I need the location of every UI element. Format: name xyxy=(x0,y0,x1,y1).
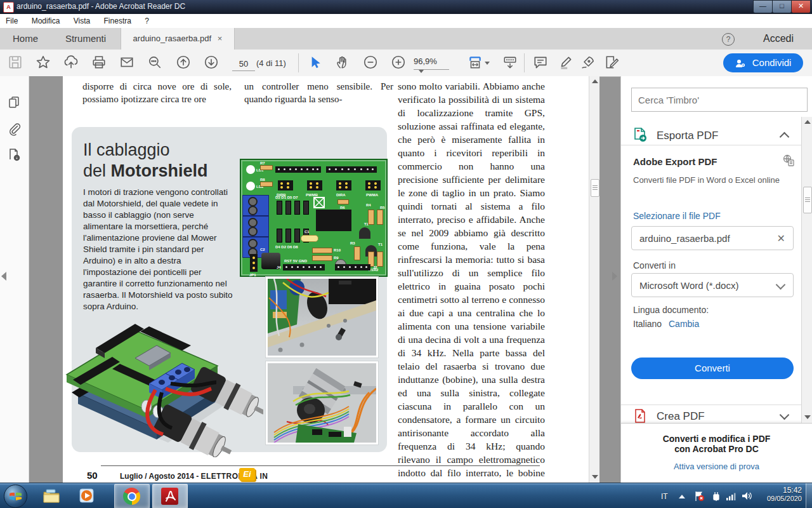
box-title: Il cablaggio del Motorshield xyxy=(83,140,208,182)
zoom-caret-icon xyxy=(419,70,424,73)
print-icon[interactable] xyxy=(91,55,108,71)
scrollbar-thumb[interactable] xyxy=(803,187,812,213)
hand-tool-icon[interactable] xyxy=(335,55,351,71)
menu-modifica[interactable]: Modifica xyxy=(26,14,66,25)
search-icon[interactable] xyxy=(147,55,164,71)
search-tools-input[interactable] xyxy=(631,88,808,112)
share-person-icon xyxy=(735,55,745,74)
page-number-input[interactable] xyxy=(232,57,255,71)
divider xyxy=(621,404,802,405)
pcb-led xyxy=(246,182,255,190)
converti-button[interactable]: Converti xyxy=(631,358,794,379)
trial-link[interactable]: Attiva versione di prova xyxy=(621,462,812,471)
scroll-up-arrow[interactable] xyxy=(804,120,811,124)
document-info-icon[interactable] xyxy=(7,147,22,163)
lingua-label: Lingua documento: xyxy=(633,305,709,315)
menu-finestra[interactable]: Finestra xyxy=(98,14,137,25)
taskbar-explorer-button[interactable] xyxy=(36,484,67,507)
tab-strumenti[interactable]: Strumenti xyxy=(51,28,121,50)
tab-document-label: arduino_rasaerba.pdf xyxy=(133,34,212,43)
taskbar-clock[interactable]: 15:42 09/05/2020 xyxy=(759,486,802,502)
zoom-in-icon[interactable] xyxy=(391,55,407,71)
page-thumbnails-icon[interactable] xyxy=(7,95,22,110)
fit-width-icon[interactable] xyxy=(468,55,484,71)
esporta-pdf-section[interactable]: Esporta PDF xyxy=(657,130,718,142)
close-button[interactable]: ✕ xyxy=(791,0,811,13)
highlight-icon[interactable] xyxy=(558,55,575,71)
scroll-up-arrow[interactable] xyxy=(592,79,598,83)
selected-file-box[interactable]: arduino_rasaerba.pdf ✕ xyxy=(631,226,794,250)
online-service-icon xyxy=(782,154,795,169)
chevron-up-icon[interactable] xyxy=(780,132,790,142)
email-icon[interactable] xyxy=(119,55,136,71)
taskbar-acrobat-button[interactable] xyxy=(152,484,188,508)
motorshield-isometric-illustration xyxy=(54,287,263,457)
expand-panel-arrow[interactable] xyxy=(612,272,617,281)
power-plug-icon[interactable] xyxy=(710,491,721,504)
maximize-button[interactable]: □ xyxy=(772,0,792,13)
clear-file-icon[interactable]: ✕ xyxy=(777,227,785,251)
action-center-flag-icon[interactable] xyxy=(694,491,705,504)
condividi-label: Condividi xyxy=(752,57,792,68)
tab-home[interactable]: Home xyxy=(6,28,44,50)
collapse-panel-arrow[interactable] xyxy=(1,272,6,281)
chrome-icon xyxy=(123,488,140,505)
scroll-down-arrow[interactable] xyxy=(592,475,598,479)
star-icon[interactable] xyxy=(36,55,52,71)
show-hidden-icons-arrow[interactable] xyxy=(679,495,685,498)
sign-pen-icon[interactable] xyxy=(580,55,597,71)
minimize-button[interactable]: — xyxy=(753,0,773,13)
cambia-link[interactable]: Cambia xyxy=(669,319,699,329)
start-button[interactable] xyxy=(4,485,27,508)
previous-page-icon[interactable] xyxy=(176,55,192,71)
taskbar-chrome-button[interactable] xyxy=(114,484,150,508)
title-bar: A arduino_rasaerba.pdf - Adobe Acrobat R… xyxy=(0,0,812,14)
attachments-icon[interactable] xyxy=(7,122,22,137)
document-scrollbar[interactable] xyxy=(589,76,599,483)
tab-close-icon[interactable]: × xyxy=(218,34,223,43)
fit-width-caret-icon[interactable] xyxy=(485,62,490,65)
fill-sign-icon[interactable] xyxy=(604,55,620,71)
motorshield-pcb-diagram: LD1 LD2 R7 R8 DIRB PWMB DIRA PWMA xyxy=(240,159,388,277)
select-file-link[interactable]: Selezionare il file PDF xyxy=(633,211,721,221)
help-icon[interactable]: ? xyxy=(722,33,735,46)
menu-file[interactable]: File xyxy=(0,14,23,25)
panel-scrollbar[interactable] xyxy=(801,117,812,423)
scrollbar-thumb[interactable] xyxy=(591,179,599,197)
crea-pdf-icon xyxy=(634,409,646,423)
acrobat-icon xyxy=(161,488,178,505)
save-icon[interactable] xyxy=(8,55,24,71)
chevron-down-icon[interactable] xyxy=(780,410,790,420)
volume-icon[interactable] xyxy=(741,491,752,504)
condividi-button[interactable]: Condividi xyxy=(723,53,803,72)
tab-bar: Home Strumenti arduino_rasaerba.pdf × ? … xyxy=(0,28,812,50)
tab-document[interactable]: arduino_rasaerba.pdf × xyxy=(121,28,235,50)
menu-vista[interactable]: Vista xyxy=(68,14,96,25)
box-title-line1: Il cablaggio xyxy=(83,140,208,161)
window-title: arduino_rasaerba.pdf - Adobe Acrobat Rea… xyxy=(16,2,185,11)
menu-help[interactable]: ? xyxy=(139,14,155,25)
zoom-out-icon[interactable] xyxy=(363,55,379,71)
share-upload-icon[interactable] xyxy=(63,55,80,71)
magazine-logo: Ei xyxy=(239,468,255,481)
tools-panel: Esporta PDF Adobe Export PDF Converti fi… xyxy=(620,76,812,483)
accedi-button[interactable]: Accedi xyxy=(756,28,801,50)
select-tool-icon[interactable] xyxy=(307,55,324,71)
comment-icon[interactable] xyxy=(533,55,549,71)
scrolling-mode-icon[interactable] xyxy=(502,55,519,71)
taskbar-media-player-button[interactable] xyxy=(71,484,103,507)
pcb-led xyxy=(246,165,255,174)
zoom-level-dropdown[interactable]: 96,9% xyxy=(414,57,449,70)
promo-line1: Converti e modifica i PDF xyxy=(621,434,812,444)
next-page-icon[interactable] xyxy=(204,55,220,71)
article-right-column: sono molto variabili. Abbiamo anche veri… xyxy=(398,79,545,483)
format-select[interactable]: Microsoft Word (*.docx) xyxy=(631,273,794,297)
article-column-1: disporre di circa nove ore di sole, poss… xyxy=(82,80,232,105)
show-desktop-button[interactable] xyxy=(806,483,812,508)
network-signal-icon[interactable] xyxy=(726,491,737,504)
language-indicator[interactable]: IT xyxy=(661,492,668,501)
divider xyxy=(621,145,802,145)
promo-line2: con Acrobat Pro DC xyxy=(621,444,812,454)
scroll-down-arrow[interactable] xyxy=(804,415,811,419)
crea-pdf-section[interactable]: Crea PDF xyxy=(657,410,705,423)
